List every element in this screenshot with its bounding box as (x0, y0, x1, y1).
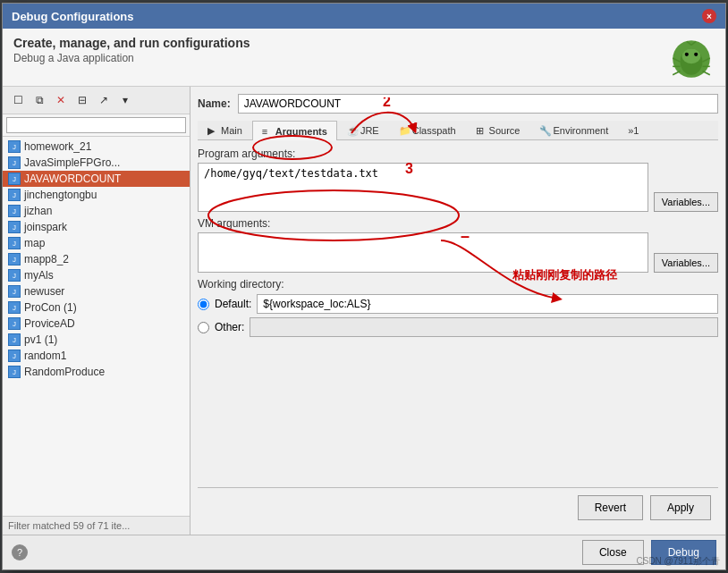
tree-item[interactable]: JJavaSimpleFPGro... (3, 155, 190, 171)
tab-environment[interactable]: 🔧Environment (529, 121, 618, 139)
tree-item[interactable]: Jmap (3, 235, 190, 251)
tree-item-icon: J (8, 189, 21, 201)
tree-item-label: JAVAWORDCOUNT (24, 173, 121, 185)
tree-item-icon: J (8, 156, 21, 169)
vm-args-row: Variables... (198, 232, 718, 273)
tab-label: Source (489, 125, 521, 136)
default-dir-input[interactable] (257, 294, 718, 314)
tree-item[interactable]: Jrandom1 (3, 348, 190, 364)
dialog-title: Debug Configurations (12, 10, 134, 23)
program-args-group: Program arguments: Variables... (198, 147, 718, 212)
tab-label: Classpath (412, 125, 456, 136)
tree-item-label: JavaSimpleFPGro... (24, 156, 120, 169)
tree-item-label: ProviceAD (24, 317, 75, 330)
save-config-button[interactable]: ⊟ (72, 90, 92, 110)
tree-item-icon: J (8, 221, 21, 233)
program-variables-button[interactable]: Variables... (654, 192, 718, 212)
program-args-row: Variables... (198, 163, 718, 212)
tab-classpath[interactable]: 📁Classpath (389, 121, 466, 139)
tab-main[interactable]: ▶Main (198, 121, 252, 139)
tab-source[interactable]: ⊞Source (466, 121, 530, 139)
vm-args-input[interactable] (198, 232, 648, 273)
tree-item[interactable]: JJAVAWORDCOUNT (3, 171, 190, 187)
svg-point-4 (694, 53, 698, 56)
apply-button[interactable]: Apply (650, 495, 711, 520)
tab-label: JRE (360, 125, 379, 136)
filter-status: Filter matched 59 of 71 ite... (3, 516, 190, 535)
tree-item-label: map (24, 237, 45, 249)
tree-item[interactable]: JProviceAD (3, 316, 190, 332)
config-name-input[interactable] (238, 94, 718, 114)
tree-item[interactable]: JProCon (1) (3, 299, 190, 316)
form-section: Program arguments: Variables... VM argum… (198, 147, 718, 487)
name-row: Name: (198, 94, 718, 114)
tree-item-icon: J (8, 366, 21, 378)
svg-point-2 (682, 49, 701, 64)
action-buttons: Revert Apply (198, 487, 718, 527)
watermark: CSDN @7911那个青 (636, 555, 720, 568)
tree-item-icon: J (8, 317, 21, 330)
tab-icon: 🔧 (539, 125, 550, 136)
tab-icon: ≡ (262, 126, 273, 137)
tab-icon: ☕ (347, 125, 358, 136)
tab-label: Main (221, 125, 242, 136)
tree-item-icon: J (8, 205, 21, 217)
tab-jre[interactable]: ☕JRE (337, 121, 389, 139)
delete-config-button[interactable]: ✕ (51, 90, 71, 110)
tree-item-label: newuser (24, 285, 64, 298)
tree-item[interactable]: JmyAls (3, 267, 190, 283)
tree-item-icon: J (8, 285, 21, 298)
tab-arguments[interactable]: ≡Arguments (252, 121, 337, 140)
search-input[interactable] (6, 117, 186, 133)
other-radio[interactable] (198, 322, 209, 333)
working-dir-label: Working directory: (198, 278, 718, 291)
tab-1[interactable]: »1 (618, 121, 648, 139)
tab-icon: ⊞ (476, 125, 487, 136)
duplicate-config-button[interactable]: ⧉ (30, 90, 49, 110)
tree-item-icon: J (8, 269, 21, 282)
tree-item[interactable]: Jpv1 (1) (3, 332, 190, 348)
tab-label: Arguments (275, 126, 327, 137)
tree-item-label: jinchengtongbu (24, 189, 97, 201)
tree-item-icon: J (8, 237, 21, 249)
tree-item-label: joinspark (24, 221, 67, 233)
vm-variables-button[interactable]: Variables... (654, 253, 718, 273)
new-config-button[interactable]: ☐ (8, 90, 28, 110)
revert-button[interactable]: Revert (578, 495, 643, 520)
tab-label: Environment (553, 125, 608, 136)
default-radio-row: Default: (198, 294, 718, 314)
close-window-button[interactable]: × (702, 9, 716, 23)
tree-item[interactable]: Jhomework_21 (3, 139, 190, 155)
tree-item-label: RandomProduce (24, 366, 105, 378)
header-subtitle: Debug a Java application (13, 52, 250, 64)
tree-item[interactable]: Jmapp8_2 (3, 251, 190, 267)
tree-item[interactable]: JRandomProduce (3, 364, 190, 380)
program-args-input[interactable] (198, 163, 648, 212)
tab-icon: 📁 (399, 125, 410, 136)
tree-item-label: ProCon (1) (24, 301, 77, 314)
tree-item[interactable]: Jjinchengtongbu (3, 187, 190, 203)
vm-args-group: VM arguments: Variables... (198, 217, 718, 273)
dropdown-button[interactable]: ▾ (115, 90, 135, 110)
header-title: Create, manage, and run configurations (13, 36, 250, 50)
help-button[interactable]: ? (12, 544, 28, 560)
tree-item[interactable]: Jnewuser (3, 283, 190, 299)
close-button[interactable]: Close (582, 540, 644, 565)
default-radio[interactable] (198, 299, 209, 310)
right-panel: Name: ▶Main≡Arguments☕JRE📁Classpath⊞Sour… (190, 87, 725, 535)
tree-item-icon: J (8, 253, 21, 265)
tree-item-icon: J (8, 301, 21, 314)
header-section: Create, manage, and run configurations D… (3, 29, 725, 87)
svg-point-3 (685, 53, 689, 56)
main-content: ☐ ⧉ ✕ ⊟ ↗ ▾ Jhomework_21JJavaSimpleFPGro… (3, 87, 725, 535)
link-button[interactable]: ↗ (94, 90, 114, 110)
other-label: Other: (215, 321, 244, 333)
left-toolbar: ☐ ⧉ ✕ ⊟ ↗ ▾ (3, 87, 190, 114)
other-dir-input[interactable] (250, 317, 718, 337)
vm-args-label: VM arguments: (198, 217, 718, 230)
tree-item[interactable]: Jjoinspark (3, 219, 190, 235)
tree-item-label: mapp8_2 (24, 253, 69, 265)
tree-item-label: random1 (24, 350, 66, 362)
tree-item[interactable]: Jjizhan (3, 203, 190, 219)
search-box (3, 114, 190, 137)
